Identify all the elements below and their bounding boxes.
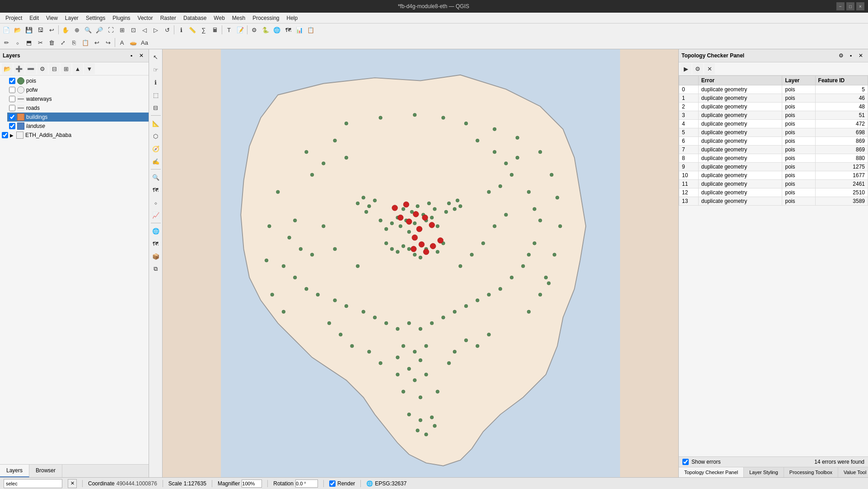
open-layer-button[interactable]: 📂 <box>2 63 13 74</box>
zoom-layer-button[interactable]: ⊞ <box>117 24 127 35</box>
topo-tab-value[interactable]: Value Tool <box>838 467 868 477</box>
layer-checkbox-buildings[interactable] <box>9 114 15 120</box>
plugin2-button[interactable]: 🌐 <box>271 24 282 35</box>
topo-tab-processing[interactable]: Processing Toolbox <box>784 467 838 477</box>
topo-collapse-button[interactable]: ▪ <box>846 51 855 60</box>
refresh-button[interactable]: ↺ <box>162 24 173 35</box>
vert-btn-measure[interactable]: 📐 <box>150 118 162 129</box>
rotation-input[interactable] <box>295 480 318 488</box>
tab-browser[interactable]: Browser <box>29 465 62 477</box>
layers-close-button[interactable]: ✕ <box>137 51 146 60</box>
feature-search-input[interactable] <box>4 479 62 488</box>
layer-item-eth-group[interactable]: ▶ ETH_Addis_Ababa <box>0 131 149 140</box>
zoom-prev-button[interactable]: ◁ <box>139 24 150 35</box>
table-row[interactable]: 2 duplicate geometry pois 48 <box>679 103 868 111</box>
show-errors-checkbox[interactable] <box>682 459 689 465</box>
vert-btn-deselect[interactable]: ⊟ <box>150 102 162 113</box>
vert-btn-touch[interactable]: ☞ <box>150 64 162 75</box>
vert-btn-zoom[interactable]: 🔍 <box>150 171 162 183</box>
layer-checkbox-landuse[interactable] <box>9 123 15 129</box>
vert-btn-arrow[interactable]: ↖ <box>150 51 162 63</box>
vert-btn-globe[interactable]: 🌐 <box>150 225 162 237</box>
layers-header-controls[interactable]: ▪ ✕ <box>127 51 146 60</box>
menu-raster[interactable]: Raster <box>157 14 180 22</box>
plugin5-button[interactable]: 📋 <box>305 24 316 35</box>
add-layer-button[interactable]: ➕ <box>14 63 24 74</box>
table-row[interactable]: 1 duplicate geometry pois 46 <box>679 94 868 103</box>
map-area[interactable] <box>163 49 678 477</box>
move-button[interactable]: ⤢ <box>57 37 68 48</box>
table-row[interactable]: 0 duplicate geometry pois 5 <box>679 85 868 94</box>
move-down-button[interactable]: ▼ <box>84 63 95 74</box>
undo-button[interactable]: ↩ <box>91 37 102 48</box>
open-button[interactable]: 📂 <box>12 24 23 35</box>
vert-btn-annotate[interactable]: ✍ <box>150 155 162 167</box>
topo-tab-styling[interactable]: Layer Styling <box>744 467 784 477</box>
topo-close-button[interactable]: ✕ <box>856 51 865 60</box>
menu-layer[interactable]: Layer <box>61 14 82 22</box>
vert-btn-area[interactable]: ⬡ <box>150 130 162 142</box>
annotation2-button[interactable]: 📝 <box>235 24 246 35</box>
plugin4-button[interactable]: 📊 <box>294 24 305 35</box>
layer-checkbox-pofw[interactable] <box>9 87 15 93</box>
layer-item-waterways[interactable]: waterways <box>7 94 149 103</box>
new-project-button[interactable]: 📄 <box>1 24 12 35</box>
collapse-all-button[interactable]: ⊟ <box>49 63 60 74</box>
vert-btn-select[interactable]: ⬚ <box>150 89 162 101</box>
maximize-button[interactable]: □ <box>846 2 854 10</box>
zoom-full-button[interactable]: ⛶ <box>105 24 116 35</box>
minimize-button[interactable]: − <box>836 2 845 10</box>
table-row[interactable]: 4 duplicate geometry pois 472 <box>679 120 868 128</box>
pan-button[interactable]: ✋ <box>60 24 71 35</box>
menu-help[interactable]: Help <box>283 14 302 22</box>
menu-settings[interactable]: Settings <box>82 14 109 22</box>
topo-settings-button[interactable]: ⚙ <box>836 51 845 60</box>
attribute-button[interactable]: Aa <box>139 37 150 48</box>
table-row[interactable]: 12 duplicate geometry pois 2510 <box>679 188 868 197</box>
vert-btn-map2[interactable]: 🗺 <box>150 238 162 249</box>
layer-item-roads[interactable]: roads <box>7 103 149 113</box>
table-row[interactable]: 5 duplicate geometry pois 698 <box>679 128 868 137</box>
annotation-button[interactable]: T <box>224 24 234 35</box>
table-row[interactable]: 10 duplicate geometry pois 1677 <box>679 171 868 180</box>
layers-collapse-button[interactable]: ▪ <box>127 51 136 60</box>
digitize2-button[interactable]: ✂ <box>35 37 46 48</box>
zoom-in-button[interactable]: 🔍 <box>83 24 93 35</box>
zoom-next-button[interactable]: ▷ <box>150 24 161 35</box>
topo-tab-checker[interactable]: Topology Checker Panel <box>679 467 744 477</box>
edit-toggle-button[interactable]: ✏ <box>1 37 12 48</box>
menu-vector[interactable]: Vector <box>134 14 157 22</box>
topo-run-button[interactable]: ▶ <box>681 63 691 74</box>
search-clear-button[interactable]: ✕ <box>68 479 77 488</box>
table-row[interactable]: 13 duplicate geometry pois 3589 <box>679 197 868 206</box>
vert-btn-bearing[interactable]: 🧭 <box>150 143 162 155</box>
layer-checkbox-waterways[interactable] <box>9 96 15 102</box>
table-row[interactable]: 6 duplicate geometry pois 869 <box>679 137 868 146</box>
table-row[interactable]: 8 duplicate geometry pois 880 <box>679 154 868 163</box>
menu-project[interactable]: Project <box>2 14 26 22</box>
revert-button[interactable]: ↩ <box>46 24 57 35</box>
delete-button[interactable]: 🗑 <box>46 37 57 48</box>
menu-edit[interactable]: Edit <box>26 14 42 22</box>
save-button[interactable]: 💾 <box>23 24 34 35</box>
layer-item-pofw[interactable]: pofw <box>7 85 149 94</box>
table-row[interactable]: 9 duplicate geometry pois 1275 <box>679 163 868 171</box>
zoom-selection-button[interactable]: ⊡ <box>128 24 139 35</box>
layer-checkbox-pois[interactable] <box>9 78 15 84</box>
layer-item-buildings[interactable]: buildings <box>7 113 149 122</box>
menu-processing[interactable]: Processing <box>249 14 283 22</box>
digitize1-button[interactable]: ⬒ <box>23 37 34 48</box>
menu-database[interactable]: Database <box>180 14 210 22</box>
menu-plugins[interactable]: Plugins <box>109 14 134 22</box>
move-up-button[interactable]: ▲ <box>72 63 83 74</box>
tab-layers[interactable]: Layers <box>0 465 29 477</box>
vert-btn-layers2[interactable]: ⧉ <box>150 263 162 275</box>
paste-button[interactable]: 📋 <box>80 37 91 48</box>
vert-btn-route[interactable]: ⬦ <box>150 197 162 208</box>
epsg-field[interactable]: 🌐 EPSG:32637 <box>366 480 406 487</box>
diagram-button[interactable]: 🥧 <box>128 37 139 48</box>
measure-button[interactable]: 📏 <box>187 24 198 35</box>
table-row[interactable]: 7 duplicate geometry pois 869 <box>679 146 868 154</box>
layer-item-landuse[interactable]: landuse <box>7 122 149 131</box>
redo-button[interactable]: ↪ <box>103 37 113 48</box>
